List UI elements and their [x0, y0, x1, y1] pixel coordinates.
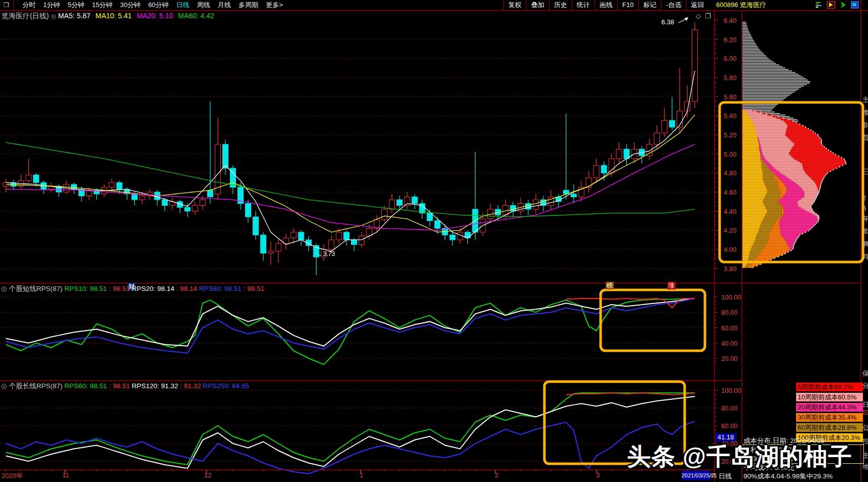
rps-short-axis-label: 100.00 — [721, 293, 741, 301]
sidebar-clipped-text: 月 — [862, 252, 868, 262]
sidebar-clipped-text: 货 — [862, 133, 868, 142]
sidebar-clipped-text: 常 — [862, 227, 868, 236]
collapse-icon[interactable]: ◎ — [1, 285, 7, 292]
price-axis-label: 6.00 — [724, 55, 736, 62]
rps-header-part: RPS10: 98.51 — [64, 285, 107, 292]
cost-legend-row: 5周期前成本69.7% — [796, 383, 863, 391]
rps-short-axis-label: 40.00 — [721, 340, 738, 347]
rps-long-header: ◎个股长线RPS(87) RPS60: 98.51 : 98.51 RPS120… — [1, 382, 249, 391]
price-axis-label: 4.80 — [724, 169, 736, 177]
axis-month-label: 12 — [204, 471, 211, 479]
cost-legend-row: 60周期前成本28.8% — [796, 423, 863, 432]
rps-long-axis-label: 80.00 — [721, 404, 738, 412]
rps-header-part: RPS20: 98.14 — [130, 285, 174, 292]
axis-month-label: 2 — [495, 471, 498, 479]
sidebar-clipped-text: 准 — [862, 108, 868, 117]
price-axis-label: 5.00 — [724, 151, 736, 158]
period-label[interactable]: 日线 — [719, 472, 732, 481]
watermark: 头条 @千岛湖的柚子 — [627, 441, 852, 473]
sidebar-clipped-text: 2 — [862, 194, 866, 202]
axis-month-label: 1 — [360, 471, 363, 479]
price-axis-label: 5.80 — [724, 74, 736, 82]
price-axis-label: 5.60 — [724, 93, 736, 101]
sidebar-clipped-text: 地 — [862, 462, 868, 471]
rps-short-axis-label: 80.00 — [721, 309, 738, 316]
rps-header-part: : 98.51 — [107, 382, 130, 390]
diamond-icon[interactable]: ◇ — [696, 12, 701, 20]
trading-terminal: ❐ 分时1分钟5分钟15分钟30分钟60分钟日线周线月线多周期更多> 复权叠加历… — [0, 0, 868, 482]
cost-legend: 5周期前成本69.7%10周期前成本60.5%20周期前成本44.3%30周期前… — [796, 383, 863, 443]
sidebar-clipped-text: 控 — [862, 437, 868, 446]
rank-marker-bang[interactable]: 榜 — [606, 282, 614, 289]
low-annotation: ←3.73 — [317, 250, 335, 257]
sidebar-clipped-text: 腾 — [862, 240, 868, 249]
rps-header-part: 个股短线RPS(87) — [9, 285, 65, 292]
sidebar-clipped-text: 公 — [862, 423, 868, 432]
info-cost-range: 90%成本4.04-5.98集中29.3% — [743, 472, 833, 481]
high-annotation: 6.38 — [661, 18, 674, 26]
price-axis-label: 5.20 — [724, 131, 736, 139]
rps-header-part: RPS250: 64.65 — [201, 382, 249, 390]
price-axis-label: 4.00 — [724, 246, 736, 253]
rps-header-part: RPS60: 98.51 — [64, 382, 107, 390]
price-axis-label: 4.40 — [724, 208, 736, 215]
axis-month-label: 3 — [596, 471, 600, 479]
price-axis-label: 4.60 — [724, 189, 736, 196]
cost-legend-row: 10周期前成本60.5% — [796, 393, 863, 401]
price-axis-label: 4.20 — [724, 227, 736, 234]
cost-legend-row: 30周期前成本35.4% — [796, 413, 863, 422]
sidebar-clipped-text: 主 — [862, 451, 868, 460]
sidebar-clipped-text: 主 — [862, 95, 868, 104]
rps-short-header: ◎个股短线RPS(87) RPS10: 98.51 : 98.51 RPS20:… — [1, 284, 264, 293]
rps-header-part: : 98.51 — [242, 285, 264, 292]
rps-header-part: : 98.14 — [174, 285, 197, 292]
limit-up-marker-zhang[interactable]: 涨 — [667, 282, 676, 289]
axis-year-label: 2020年 — [2, 471, 23, 480]
rps-header-part: RPS120: 91.32 — [130, 382, 178, 390]
rps-long-axis-label: 60.00 — [721, 422, 738, 430]
price-axis-label: 3.80 — [724, 265, 736, 273]
rps-header-part: RPS60: 98.51 — [197, 285, 242, 292]
price-axis-label: 6.40 — [724, 17, 736, 24]
rps-header-part: : 98.51 — [107, 285, 130, 292]
pane-icon[interactable]: ❐ — [705, 12, 711, 20]
rps-header-part: 个股长线RPS(87) — [9, 382, 65, 390]
rps-short-axis-label: 60.00 — [721, 324, 738, 332]
sidebar-clipped-text: 03 — [862, 409, 868, 416]
collapse-icon[interactable]: ◎ — [1, 382, 7, 390]
sidebar-clipped-text: 分 — [862, 381, 868, 390]
sidebar-clipped-text: 6 — [862, 204, 866, 212]
sidebar-clipped-text: 年 — [862, 214, 868, 224]
price-axis-label: 5.40 — [724, 112, 736, 120]
price-axis-label: 6.20 — [724, 36, 736, 44]
sidebar-clipped-text: 三 — [862, 167, 868, 176]
rps-short-axis-label: 20.00 — [721, 355, 738, 362]
rps-header-part: : 91.32 — [178, 382, 201, 390]
sidebar-clipped-text: 非 — [862, 121, 868, 130]
sidebar-clipped-text: 保 — [862, 369, 868, 378]
cost-legend-row: 20周期前成本44.3% — [796, 403, 863, 412]
chart-canvas[interactable] — [0, 0, 868, 482]
rps-long-axis-label: 100.00 — [721, 387, 741, 394]
axis-month-label: 11 — [62, 471, 69, 479]
